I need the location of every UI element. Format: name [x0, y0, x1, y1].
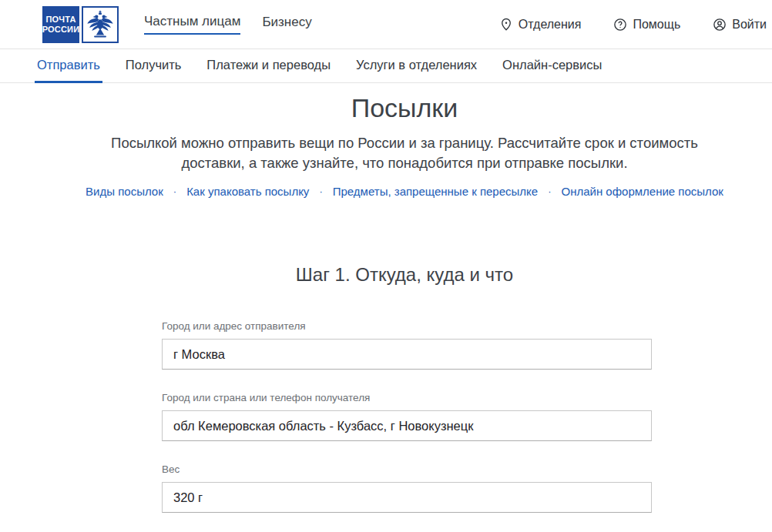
step-title: Шаг 1. Откуда, куда и что: [0, 264, 772, 286]
link-prohibited-items[interactable]: Предметы, запрещенные к пересылке: [333, 185, 538, 198]
sender-input[interactable]: [162, 339, 652, 370]
section-tabs: Отправить Получить Платежи и переводы Ус…: [0, 49, 772, 83]
branches-label: Отделения: [519, 18, 582, 32]
link-parcel-types[interactable]: Виды посылок: [86, 185, 163, 198]
weight-label: Вес: [162, 463, 652, 475]
tab-branch-services[interactable]: Услуги в отделениях: [354, 49, 479, 83]
help-label: Помощь: [633, 18, 680, 32]
help-link[interactable]: Помощь: [613, 18, 680, 32]
parcel-form: Город или адрес отправителя Город или ст…: [162, 320, 652, 513]
audience-nav: Частным лицам Бизнесу: [144, 14, 312, 35]
login-link[interactable]: Войти: [713, 18, 767, 32]
page: ПОЧТА РОССИИ: [0, 0, 772, 513]
tab-send[interactable]: Отправить: [35, 49, 102, 83]
link-how-to-pack[interactable]: Как упаковать посылку: [186, 185, 309, 198]
main-content: Посылки Посылкой можно отправить вещи по…: [0, 93, 772, 513]
recipient-label: Город или страна или телефон получателя: [162, 392, 652, 403]
page-description: Посылкой можно отправить вещи по России …: [108, 133, 701, 173]
russian-post-logo[interactable]: ПОЧТА РОССИИ: [42, 6, 119, 43]
sender-label: Город или адрес отправителя: [162, 320, 652, 332]
tab-receive[interactable]: Получить: [123, 49, 184, 83]
location-pin-icon: [499, 18, 513, 32]
user-circle-icon: [713, 18, 727, 32]
logo-line1: ПОЧТА: [45, 15, 76, 25]
dot-separator: ·: [548, 186, 551, 197]
top-header: ПОЧТА РОССИИ: [0, 0, 772, 49]
branches-link[interactable]: Отделения: [499, 18, 582, 32]
login-label: Войти: [732, 18, 767, 32]
utility-nav: Отделения Помощь: [499, 18, 767, 32]
page-title: Посылки: [0, 93, 772, 123]
recipient-input[interactable]: [162, 410, 652, 441]
dot-separator: ·: [319, 186, 322, 197]
logo-line2: РОССИИ: [42, 25, 80, 35]
nav-private-clients[interactable]: Частным лицам: [144, 14, 240, 35]
link-online-registration[interactable]: Онлайн оформление посылок: [561, 185, 723, 198]
help-circle-icon: [613, 18, 627, 32]
sender-field-group: Город или адрес отправителя: [162, 320, 652, 370]
weight-field-group: Вес: [162, 463, 652, 513]
nav-business[interactable]: Бизнесу: [262, 15, 311, 34]
dot-separator: ·: [173, 186, 176, 197]
tab-online-services[interactable]: Онлайн-сервисы: [500, 49, 604, 83]
post-eagle-emblem-icon: [82, 6, 119, 43]
logo-wordmark: ПОЧТА РОССИИ: [42, 6, 79, 43]
tab-payments[interactable]: Платежи и переводы: [204, 49, 333, 83]
weight-input[interactable]: [162, 482, 652, 513]
quick-links: Виды посылок · Как упаковать посылку · П…: [0, 185, 772, 198]
recipient-field-group: Город или страна или телефон получателя: [162, 392, 652, 441]
